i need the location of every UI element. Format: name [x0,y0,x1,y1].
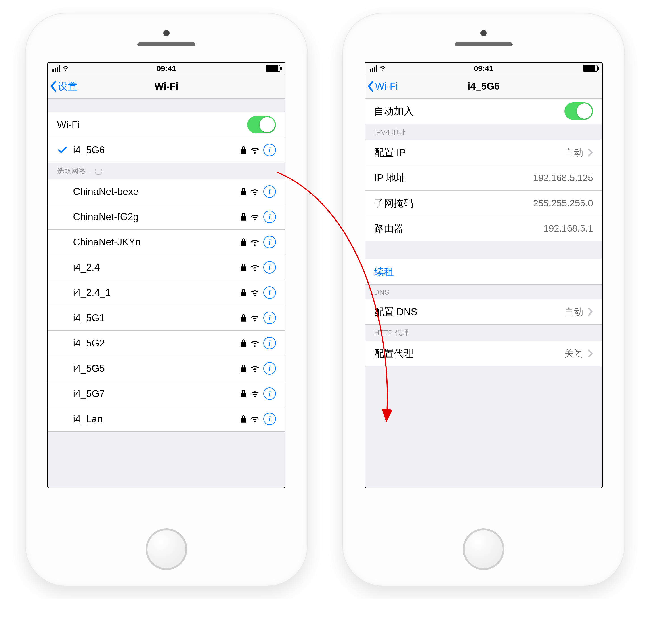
router-row: 路由器 192.168.5.1 [365,216,602,241]
renew-lease-label: 续租 [374,265,593,278]
auto-join-toggle[interactable] [565,102,593,120]
network-row[interactable]: ChinaNet-fG2gi [48,204,285,230]
network-name: i4_2.4_1 [73,287,241,298]
wifi-toggle[interactable] [247,116,276,133]
configure-proxy-value: 关闭 [565,347,583,360]
configure-dns-label: 配置 DNS [374,305,565,318]
choose-network-header: 选取网络... [48,163,285,179]
nav-back-label: 设置 [58,80,77,93]
wifi-strength-icon [250,238,259,246]
wifi-strength-icon [250,289,259,296]
wifi-strength-icon [250,264,259,271]
network-row[interactable]: i4_5G2i [48,331,285,356]
network-name: ChinaNet-fG2g [73,211,241,223]
info-icon[interactable]: i [263,387,276,400]
loading-spinner-icon [95,167,102,175]
network-row[interactable]: i4_Lani [48,406,285,432]
ip-address-row: IP 地址 192.168.5.125 [365,165,602,191]
configure-ip-value: 自动 [565,146,583,159]
network-row[interactable]: i4_5G5i [48,356,285,381]
home-button[interactable] [146,529,187,570]
lock-icon [241,146,246,154]
chevron-right-icon [588,307,593,316]
screen-wifi-list: 09:41 设置 Wi-Fi Wi-Fi [47,62,285,488]
subnet-mask-row: 子网掩码 255.255.255.0 [365,191,602,216]
router-value: 192.168.5.1 [543,223,593,234]
chevron-right-icon [588,148,593,157]
info-icon[interactable]: i [263,185,276,198]
checkmark-icon [57,146,68,154]
nav-title: i4_5G6 [365,81,602,92]
network-name: ChinaNet-JKYn [73,237,241,248]
network-name: i4_2.4 [73,262,241,273]
configure-ip-row[interactable]: 配置 IP 自动 [365,140,602,165]
configure-proxy-row[interactable]: 配置代理 关闭 [365,341,602,366]
network-row[interactable]: i4_5G1i [48,305,285,331]
wifi-status-icon [62,64,69,73]
ip-address-value: 192.168.5.125 [533,173,593,183]
network-row[interactable]: ChinaNet-bexei [48,179,285,204]
chevron-left-icon [50,81,57,92]
dns-header: DNS [365,284,602,299]
info-icon[interactable]: i [263,337,276,349]
info-icon[interactable]: i [263,413,276,425]
lock-icon [241,339,246,347]
network-row[interactable]: i4_2.4_1i [48,280,285,305]
info-icon[interactable]: i [263,286,276,299]
lock-icon [241,238,246,246]
ipv4-header: IPV4 地址 [365,124,602,140]
wifi-toggle-label: Wi-Fi [57,119,247,130]
status-bar: 09:41 [48,63,285,74]
wifi-strength-icon [250,188,259,195]
lock-icon [241,390,246,398]
nav-back-button[interactable]: Wi-Fi [365,81,398,92]
renew-lease-row[interactable]: 续租 [365,259,602,284]
info-icon[interactable]: i [263,236,276,248]
lock-icon [241,365,246,372]
status-time: 09:41 [474,64,494,73]
wifi-strength-icon [250,415,259,423]
chevron-left-icon [367,81,374,92]
configure-dns-row[interactable]: 配置 DNS 自动 [365,299,602,325]
http-proxy-header: HTTP 代理 [365,325,602,341]
router-label: 路由器 [374,222,543,235]
connected-network-row[interactable]: i4_5G6 i [48,137,285,163]
wifi-strength-icon [250,213,259,221]
info-icon[interactable]: i [263,362,276,375]
nav-bar: 设置 Wi-Fi [48,74,285,99]
network-name: i4_5G2 [73,338,241,349]
phone-left: 09:41 设置 Wi-Fi Wi-Fi [26,13,307,586]
info-icon[interactable]: i [263,144,276,156]
ipv4-header-label: IPV4 地址 [374,127,406,137]
chevron-right-icon [588,349,593,358]
auto-join-row[interactable]: 自动加入 [365,99,602,124]
phone-speaker [455,42,513,46]
info-icon[interactable]: i [263,261,276,274]
network-name: ChinaNet-bexe [73,186,241,197]
info-icon[interactable]: i [263,210,276,223]
info-icon[interactable]: i [263,312,276,324]
lock-icon [241,213,246,221]
battery-icon [266,65,280,72]
battery-icon [583,65,598,72]
nav-title: Wi-Fi [48,81,285,92]
choose-network-label: 选取网络... [57,166,92,176]
network-name: i4_5G7 [73,388,241,399]
phone-camera [163,30,170,36]
network-row[interactable]: i4_2.4i [48,255,285,280]
subnet-mask-label: 子网掩码 [374,197,533,210]
connected-network-name: i4_5G6 [73,144,241,156]
wifi-strength-icon [250,314,259,322]
network-row[interactable]: ChinaNet-JKYni [48,230,285,255]
dns-header-label: DNS [374,288,389,296]
wifi-toggle-row[interactable]: Wi-Fi [48,112,285,137]
nav-back-button[interactable]: 设置 [48,80,77,93]
screen-wifi-detail: 09:41 Wi-Fi i4_5G6 自动加入 IPV4 地址 配置 IP 自 [365,62,603,488]
wifi-strength-icon [250,146,259,154]
phone-speaker [137,42,195,46]
phone-camera [480,30,487,36]
network-row[interactable]: i4_5G7i [48,381,285,406]
lock-icon [241,264,246,271]
cellular-signal-icon [370,65,377,71]
home-button[interactable] [463,529,504,570]
